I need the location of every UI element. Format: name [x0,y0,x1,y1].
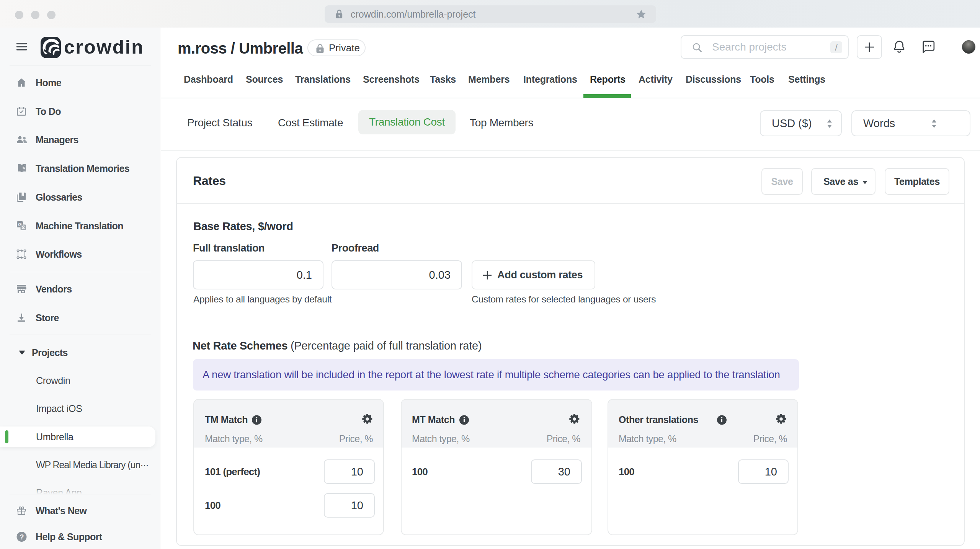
svg-text:?: ? [20,533,24,541]
